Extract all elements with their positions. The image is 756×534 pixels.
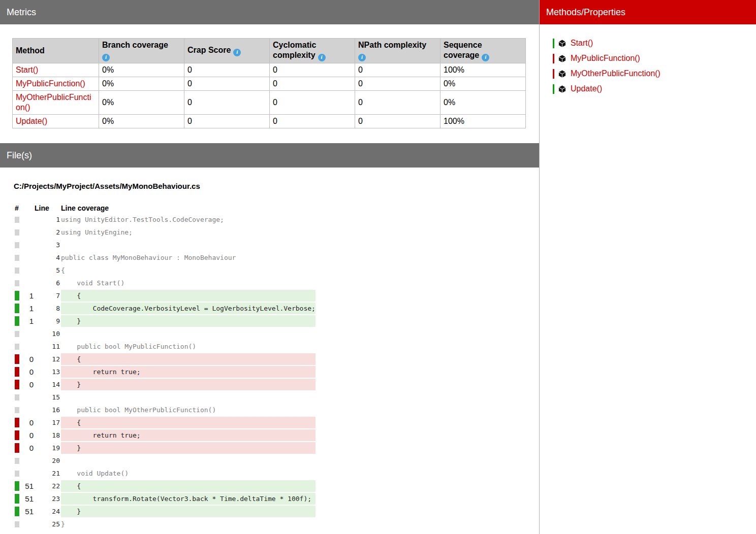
metric-value-cell: 0 — [270, 63, 355, 77]
line-number: 10 — [35, 328, 60, 340]
code-text: { — [61, 290, 316, 302]
metrics-column-header: Sequencecoveragei — [440, 39, 526, 63]
method-link[interactable]: Start() — [16, 65, 38, 74]
column-header-label: Method — [16, 46, 45, 55]
line-number: 20 — [35, 455, 60, 466]
line-hit-count — [20, 404, 34, 416]
files-title: File(s) — [7, 150, 32, 160]
metric-value-cell: 0% — [99, 63, 184, 77]
line-status-cell — [15, 214, 19, 225]
line-status-indicator-none — [15, 407, 19, 413]
file-path: C:/Projects/MyProject/Assets/MyMonoBehav… — [14, 182, 539, 190]
code-text: { — [61, 417, 316, 428]
line-hit-count: 0 — [20, 429, 34, 441]
code-line-row: 5122 { — [15, 480, 316, 492]
info-icon[interactable]: i — [358, 54, 366, 61]
code-text: { — [61, 353, 316, 365]
line-hit-count — [20, 518, 34, 530]
method-link[interactable]: MyPublicFunction() — [16, 79, 85, 88]
line-number: 3 — [35, 239, 60, 251]
page: Metrics MethodBranch coverageiCrap Score… — [0, 0, 756, 534]
line-status-indicator-uncovered — [15, 430, 19, 440]
code-line-row: 1using UnityEditor.TestTools.CodeCoverag… — [15, 214, 316, 225]
code-text: void Start() — [61, 277, 316, 289]
code-text — [61, 391, 316, 403]
code-table-head-row: # Line Line coverage — [15, 204, 316, 213]
line-status-indicator-uncovered — [15, 418, 19, 427]
column-header-line: i — [102, 50, 181, 61]
info-icon[interactable]: i — [482, 54, 489, 61]
line-status-cell — [15, 391, 19, 403]
column-header-label: NPath complexity — [358, 41, 426, 49]
line-status-cell — [15, 341, 19, 352]
code-text: transform.Rotate(Vector3.back * Time.del… — [61, 493, 316, 505]
code-line-row: 012 { — [15, 353, 316, 365]
sidebar-method-link[interactable]: MyPublicFunction() — [571, 54, 640, 63]
code-col-coverage: Line coverage — [61, 204, 316, 213]
code-line-row: 5{ — [15, 264, 316, 276]
code-line-row: 013 return true; — [15, 366, 316, 378]
metric-value-cell: 0 — [355, 115, 440, 128]
code-text: void Update() — [61, 468, 316, 479]
line-status-cell — [15, 506, 19, 517]
method-list-item: MyOtherPublicFunction() — [553, 66, 756, 81]
metric-value-cell: 0 — [355, 91, 440, 115]
line-status-cell — [15, 353, 19, 365]
line-status-cell — [15, 303, 19, 314]
method-link[interactable]: Update() — [16, 117, 47, 125]
line-status-cell — [15, 226, 19, 238]
line-status-cell — [15, 328, 19, 340]
metrics-table: MethodBranch coverageiCrap ScoreiCycloma… — [12, 38, 526, 128]
line-status-indicator-uncovered — [15, 367, 19, 377]
line-status-indicator-none — [15, 268, 19, 274]
line-hit-count: 0 — [20, 417, 34, 428]
metrics-table-row: MyOtherPublicFunction()0%0000% — [13, 91, 526, 115]
code-text: } — [61, 442, 316, 454]
line-status-indicator-covered — [15, 494, 19, 504]
code-line-row: 019 } — [15, 442, 316, 454]
column-header-label: Crap Score — [187, 46, 231, 54]
line-status-indicator-none — [15, 521, 19, 527]
metric-value-cell: 0% — [99, 77, 184, 91]
code-text: public bool MyOtherPublicFunction() — [61, 404, 316, 416]
line-number: 21 — [35, 468, 60, 479]
metric-value-cell: 0% — [440, 77, 526, 91]
line-hit-count: 0 — [20, 442, 34, 454]
line-number: 13 — [35, 366, 60, 378]
line-number: 22 — [35, 480, 60, 492]
code-line-row: 11 public bool MyPublicFunction() — [15, 341, 316, 352]
line-hit-count: 51 — [20, 480, 34, 492]
methods-list: Start()MyPublicFunction()MyOtherPublicFu… — [540, 36, 756, 96]
line-hit-count — [20, 391, 34, 403]
code-text: return true; — [61, 366, 316, 378]
methods-title: Methods/Properties — [546, 7, 625, 17]
line-status-indicator-covered — [15, 316, 19, 326]
info-icon[interactable]: i — [102, 54, 110, 61]
line-status-cell — [15, 417, 19, 428]
code-text: } — [61, 518, 316, 530]
info-icon[interactable]: i — [233, 49, 241, 56]
sidebar-method-link[interactable]: MyOtherPublicFunction() — [571, 69, 660, 78]
line-status-cell — [15, 404, 19, 416]
info-icon[interactable]: i — [318, 54, 326, 61]
method-coverage-bar-uncovered — [553, 69, 554, 79]
code-text: using UnityEngine; — [61, 226, 316, 238]
sidebar-method-link[interactable]: Start() — [571, 39, 593, 48]
metric-value-cell: 100% — [440, 115, 526, 128]
code-col-line: Line — [35, 204, 60, 213]
method-link[interactable]: MyOtherPublicFunction() — [16, 93, 91, 112]
metric-value-cell: 0 — [270, 115, 355, 128]
line-hit-count: 1 — [20, 315, 34, 327]
code-line-row: 014 } — [15, 379, 316, 390]
line-status-indicator-none — [15, 280, 19, 286]
line-number: 1 — [35, 214, 60, 225]
line-hit-count: 0 — [20, 379, 34, 390]
code-line-row: 5123 transform.Rotate(Vector3.back * Tim… — [15, 493, 316, 505]
method-list-item: Update() — [553, 81, 756, 96]
line-number: 9 — [35, 315, 60, 327]
metric-value-cell: 100% — [440, 63, 526, 77]
line-status-cell — [15, 252, 19, 263]
line-number: 8 — [35, 303, 60, 314]
sidebar-method-link[interactable]: Update() — [571, 84, 602, 93]
code-line-row: 15 — [15, 391, 316, 403]
